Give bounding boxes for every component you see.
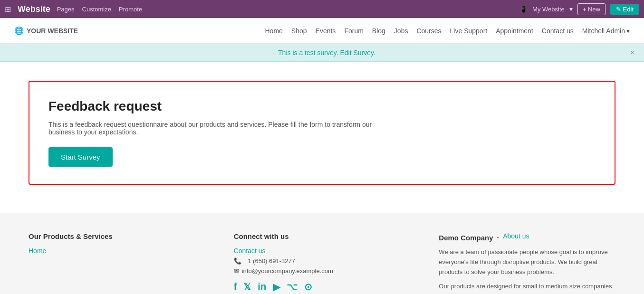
footer-email: ✉ info@yourcompany.example.com <box>234 267 411 275</box>
linkedin-icon[interactable]: in <box>258 281 266 293</box>
instagram-icon[interactable]: ⊙ <box>304 281 312 293</box>
email-icon: ✉ <box>234 267 239 275</box>
globe-icon: 🌐 <box>14 26 24 35</box>
new-button[interactable]: + New <box>577 3 606 15</box>
survey-banner-close[interactable]: × <box>630 48 634 57</box>
admin-bar-logo: Website <box>18 4 50 14</box>
footer-phone: 📞 +1 (650) 691-3277 <box>234 257 411 265</box>
feedback-title: Feedback request <box>48 99 596 114</box>
nav-events[interactable]: Events <box>316 27 336 35</box>
survey-banner-content: → This is a test survey. Edit Survey. <box>269 49 375 57</box>
site-logo: 🌐 YOUR WEBSITE <box>14 26 78 35</box>
site-nav: 🌐 YOUR WEBSITE Home Shop Events Forum Bl… <box>0 18 644 44</box>
pages-link[interactable]: Pages <box>57 6 75 13</box>
nav-home[interactable]: Home <box>265 27 283 35</box>
footer-connect: Connect with us Contact us 📞 +1 (650) 69… <box>234 232 411 294</box>
admin-bar-right: 📱 My Website ▾ + New ✎ Edit <box>519 3 639 15</box>
footer: Our Products & Services Home Connect wit… <box>0 213 644 294</box>
footer-social-links: f 𝕏 in ▶ ⌥ ⊙ <box>234 281 411 293</box>
footer-connect-title: Connect with us <box>234 232 411 240</box>
footer-demo-header: Demo Company - About us <box>439 232 615 243</box>
footer-demo-desc2: Our products are designed for small to m… <box>439 282 615 294</box>
admin-bar-left: ⊞ Website Pages Customize Promote <box>5 4 512 14</box>
mobile-icon[interactable]: 📱 <box>519 5 528 13</box>
facebook-icon[interactable]: f <box>234 281 237 293</box>
user-dropdown-icon: ▾ <box>626 27 630 35</box>
nav-appointment[interactable]: Appointment <box>496 27 533 35</box>
admin-bar-nav: Pages Customize Promote <box>57 6 142 13</box>
survey-banner-arrow: → <box>269 49 275 57</box>
phone-icon: 📞 <box>234 257 241 265</box>
footer-home-link[interactable]: Home <box>29 247 205 255</box>
github-icon[interactable]: ⌥ <box>287 281 298 293</box>
nav-forum[interactable]: Forum <box>344 27 363 35</box>
nav-live-support[interactable]: Live Support <box>450 27 488 35</box>
footer-about-link[interactable]: About us <box>503 232 529 240</box>
customize-link[interactable]: Customize <box>82 6 111 13</box>
edit-button[interactable]: ✎ Edit <box>610 4 639 15</box>
feedback-card: Feedback request This is a feedback requ… <box>29 81 615 185</box>
feedback-description: This is a feedback request questionnaire… <box>48 121 381 136</box>
footer-demo-desc1: We are a team of passionate people whose… <box>439 247 615 277</box>
survey-banner: → This is a test survey. Edit Survey. × <box>0 44 644 62</box>
nav-contact-us[interactable]: Contact us <box>542 27 574 35</box>
site-nav-links: Home Shop Events Forum Blog Jobs Courses… <box>265 27 630 35</box>
main-content: Feedback request This is a feedback requ… <box>0 62 644 204</box>
my-website-dropdown[interactable]: My Website <box>532 6 565 13</box>
admin-bar: ⊞ Website Pages Customize Promote 📱 My W… <box>0 0 644 18</box>
nav-blog[interactable]: Blog <box>372 27 385 35</box>
promote-link[interactable]: Promote <box>119 6 142 13</box>
survey-banner-link[interactable]: This is a test survey. Edit Survey. <box>278 49 375 57</box>
footer-products-title: Our Products & Services <box>29 232 205 240</box>
user-name: Mitchell Admin <box>582 27 625 35</box>
user-menu[interactable]: Mitchell Admin ▾ <box>582 27 630 35</box>
footer-contact-link[interactable]: Contact us <box>234 247 411 255</box>
footer-demo: Demo Company - About us We are a team of… <box>439 232 615 294</box>
site-logo-text: YOUR WEBSITE <box>27 27 78 35</box>
start-survey-button[interactable]: Start Survey <box>48 147 113 167</box>
twitter-icon[interactable]: 𝕏 <box>243 281 251 293</box>
grid-icon[interactable]: ⊞ <box>5 5 11 14</box>
nav-shop[interactable]: Shop <box>291 27 307 35</box>
footer-products: Our Products & Services Home <box>29 232 205 294</box>
nav-jobs[interactable]: Jobs <box>394 27 408 35</box>
nav-courses[interactable]: Courses <box>416 27 441 35</box>
footer-demo-title-text: Demo Company <box>439 234 493 242</box>
youtube-icon[interactable]: ▶ <box>273 281 280 293</box>
